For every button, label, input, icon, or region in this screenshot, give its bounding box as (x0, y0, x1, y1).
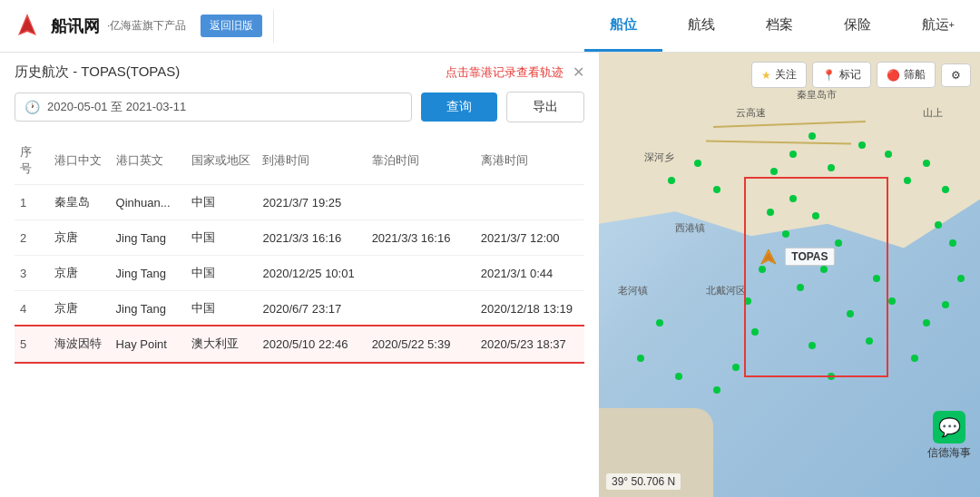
ship-dot (911, 355, 918, 362)
ship-dot (866, 337, 873, 345)
map-background: 深河乡秦皇岛市山上西港镇北戴河区老河镇云高速 TOPAS (599, 53, 980, 497)
ship-dot (637, 355, 644, 362)
ship-dot (873, 275, 880, 282)
ship-dot (885, 151, 892, 158)
table-cell (475, 185, 584, 220)
table-row[interactable]: 2京唐Jing Tang中国2021/3/3 16:162021/3/3 16:… (15, 220, 584, 256)
table-row[interactable]: 5海波因特Hay Point澳大利亚2020/5/10 22:462020/5/… (15, 326, 584, 362)
table-cell: 1 (15, 185, 49, 220)
ship-dot (935, 221, 942, 229)
table-cell: 中国 (186, 291, 257, 326)
logo-text: 船讯网 (51, 15, 100, 37)
ship-dot (789, 151, 797, 158)
table-cell: 2020/12/25 10:01 (257, 256, 366, 291)
table-cell: 京唐 (49, 220, 111, 256)
hint-text[interactable]: 点击靠港记录查看轨迹 (446, 64, 564, 81)
ship-dot (942, 186, 949, 193)
filter-ship-button[interactable]: 🔴 筛船 (877, 62, 936, 88)
ship-dot (656, 319, 663, 326)
table-cell: Jing Tang (111, 220, 187, 256)
table-cell: 中国 (186, 185, 257, 220)
export-button[interactable]: 导出 (506, 92, 584, 122)
ship-dot (858, 141, 866, 149)
table-cell: Jing Tang (111, 291, 187, 326)
col-arrival: 到港时间 (257, 137, 366, 185)
ship-dot (923, 319, 930, 326)
table-cell: Hay Point (111, 326, 187, 362)
settings-icon: ⚙ (951, 69, 961, 82)
logo-ship-icon (11, 10, 44, 43)
city-label: 云高速 (736, 106, 766, 120)
col-departure: 离港时间 (475, 137, 584, 185)
col-country: 国家或地区 (186, 137, 257, 185)
pin-icon: 📍 (822, 69, 836, 82)
filter-row: 🕐 2020-05-01 至 2021-03-11 查询 导出 (15, 92, 584, 122)
old-version-button[interactable]: 返回旧版 (201, 15, 262, 37)
ship-dot (923, 160, 930, 167)
tab-shipping[interactable]: 航运+ (897, 0, 980, 52)
map-toolbar: ★ 关注 📍 标记 🔴 筛船 ⚙ (751, 62, 971, 88)
city-label: 北戴河区 (706, 284, 746, 297)
table-cell (367, 256, 475, 291)
date-range-value: 2020-05-01 至 2021-03-11 (47, 99, 186, 115)
mark-button[interactable]: 📍 标记 (812, 62, 871, 88)
wechat-name: 信德海事 (927, 445, 971, 461)
ship-dot (942, 301, 949, 308)
table-cell: 海波因特 (49, 326, 111, 362)
table-row[interactable]: 3京唐Jing Tang中国2020/12/25 10:012021/3/1 0… (15, 256, 584, 291)
table-cell: 3 (15, 256, 49, 291)
col-berth: 靠泊时间 (367, 137, 475, 185)
table-cell: 4 (15, 291, 49, 326)
table-cell: 2021/3/3 16:16 (367, 220, 475, 256)
tab-ship-position[interactable]: 船位 (584, 0, 662, 52)
table-cell: 2021/3/7 19:25 (257, 185, 366, 220)
table-cell: 2021/3/7 12:00 (475, 220, 584, 256)
logo-area: 船讯网 ·亿海蓝旗下产品 返回旧版 (0, 10, 274, 43)
table-cell: 2021/3/1 0:44 (475, 256, 584, 291)
coordinates-display: 39° 50.706 N (606, 473, 681, 490)
city-label: 山上 (923, 106, 943, 120)
ship-dot (668, 177, 675, 184)
settings-button[interactable]: ⚙ (941, 63, 971, 87)
table-body: 1秦皇岛Qinhuan...中国2021/3/7 19:252京唐Jing Ta… (15, 185, 584, 362)
ship-marker[interactable]: TOPAS (760, 248, 834, 266)
ship-dot (713, 386, 720, 394)
panel-title: 历史航次 - TOPAS(TOPAS) (15, 63, 180, 81)
table-cell: 2020/5/23 18:37 (475, 326, 584, 362)
table-cell: 2 (15, 220, 49, 256)
table-row[interactable]: 4京唐Jing Tang中国2020/6/7 23:172020/12/18 1… (15, 291, 584, 326)
table-cell: 中国 (186, 256, 257, 291)
city-label: 秦皇岛市 (797, 88, 837, 102)
tab-route[interactable]: 航线 (662, 0, 740, 52)
ship-dot (713, 186, 720, 193)
follow-button[interactable]: ★ 关注 (751, 62, 807, 88)
logo-sub: ·亿海蓝旗下产品 (107, 18, 186, 34)
col-port-cn: 港口中文 (49, 137, 111, 185)
tab-insurance[interactable]: 保险 (818, 0, 897, 52)
close-button[interactable]: ✕ (573, 63, 584, 81)
ship-dot (767, 209, 774, 216)
table-cell: Jing Tang (111, 256, 187, 291)
wechat-icon: 💬 (933, 411, 965, 443)
table-cell: 5 (15, 326, 49, 362)
ship-dot (751, 328, 759, 336)
table-cell: 2020/5/22 5:39 (367, 326, 475, 362)
tab-archive[interactable]: 档案 (740, 0, 818, 52)
table-cell: 2020/12/18 13:19 (475, 291, 584, 326)
table-cell: 澳大利亚 (186, 326, 257, 362)
col-seq: 序号 (15, 137, 49, 185)
table-cell: 秦皇岛 (49, 185, 111, 220)
ship-name-label: TOPAS (785, 248, 834, 266)
query-button[interactable]: 查询 (421, 93, 497, 122)
ship-dot (797, 284, 804, 291)
table-cell: 京唐 (49, 291, 111, 326)
ship-dot (820, 266, 828, 273)
table-row[interactable]: 1秦皇岛Qinhuan...中国2021/3/7 19:25 (15, 185, 584, 220)
nav-tabs: 船位 航线 档案 保险 航运+ (584, 0, 980, 52)
ship-dot (694, 160, 701, 167)
ship-dot (759, 266, 766, 273)
ship-dot (949, 239, 956, 247)
ship-icon (760, 248, 778, 266)
date-range-input[interactable]: 🕐 2020-05-01 至 2021-03-11 (15, 93, 412, 122)
ship-dot (888, 297, 896, 305)
